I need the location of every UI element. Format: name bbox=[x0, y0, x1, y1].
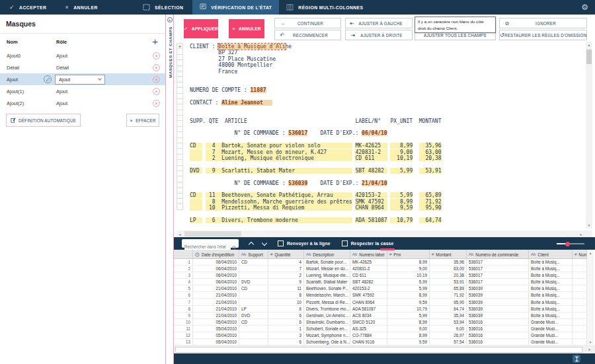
tab-region-multi-colonnes[interactable]: RÉGION MULTI-COLONNES bbox=[279, 0, 370, 15]
role-dropdown[interactable]: Ajout bbox=[55, 75, 105, 85]
field-highlight[interactable] bbox=[190, 199, 202, 205]
column-header-1[interactable]: AbSupport bbox=[239, 250, 268, 259]
table-row-1[interactable]: 106/04/2010CD4Bartok, Sonate pour...MK-4… bbox=[174, 259, 587, 266]
adjust-left-button[interactable]: ⇤ AJUSTER À GAUCHE bbox=[345, 18, 413, 28]
restart-button[interactable]: ↶ RECOMMENCER bbox=[274, 30, 341, 40]
scroll-up-icon[interactable]: ▲ bbox=[587, 251, 594, 255]
field-highlight[interactable]: 7 Mozart, Messe en do mineur, K.427 bbox=[206, 149, 352, 155]
field-highlight[interactable] bbox=[190, 205, 202, 211]
gutter-cell[interactable] bbox=[177, 203, 183, 209]
scroll-right-icon[interactable]: ► bbox=[578, 233, 584, 237]
field-highlight[interactable]: 5,99 bbox=[390, 168, 413, 174]
apply-button[interactable]: ✓ APPLIQUER bbox=[184, 19, 218, 38]
find-previous-icon[interactable] bbox=[249, 242, 254, 247]
table-row-5[interactable]: 521/04/2010CD11Beethoven, Sonate P...420… bbox=[174, 285, 587, 292]
field-highlight[interactable]: 10 Pizzetti, Messa di Requiem bbox=[206, 205, 352, 211]
field-highlight[interactable]: 8 Mendelssohn, Marche guerrière des prêt… bbox=[206, 199, 352, 205]
field-highlight[interactable]: CD bbox=[190, 143, 202, 149]
field-highlight[interactable]: LP bbox=[190, 217, 202, 223]
field-highlight[interactable]: 5,99 bbox=[390, 192, 413, 198]
slider-knob[interactable] bbox=[565, 242, 570, 246]
tab-verification-etat[interactable]: VÉRIFICATION DE L'ÉTAT bbox=[192, 0, 279, 15]
field-highlight[interactable]: 9 Scarlatti, Stabat Mater bbox=[206, 168, 352, 174]
field-highlight[interactable]: 64,74 bbox=[419, 217, 442, 223]
scroll-up-icon[interactable]: ▲ bbox=[586, 43, 592, 47]
field-highlight[interactable]: ADA 581087 bbox=[355, 217, 387, 223]
auto-define-button[interactable]: DÉFINITION AUTOMATIQUE bbox=[6, 114, 81, 127]
field-highlight[interactable]: 20,38 bbox=[419, 155, 442, 161]
field-highlight[interactable]: MK-42625 bbox=[355, 143, 387, 149]
selection-button[interactable]: SÉLECTION bbox=[134, 0, 192, 15]
table-row-6[interactable]: 621/04/20108Mendelssohn, March...SMK 475… bbox=[174, 292, 587, 299]
field-highlight[interactable]: 21/04/10 bbox=[362, 180, 387, 186]
case-checkbox[interactable] bbox=[342, 240, 348, 246]
table-row-3[interactable]: 306/04/20102Luening, Musique éle...CD 61… bbox=[174, 272, 587, 279]
scroll-left-icon[interactable]: ◄ bbox=[177, 233, 183, 237]
field-highlight[interactable]: SMK 47592 bbox=[355, 199, 387, 205]
column-header-6[interactable]: #Montant bbox=[430, 250, 467, 259]
column-header-8[interactable]: AbClient bbox=[529, 250, 573, 259]
column-header-0[interactable]: Date d'expédition bbox=[193, 250, 239, 259]
mask-row-4[interactable]: Ajout(2)Ajout× bbox=[0, 97, 165, 109]
adjust-right-button[interactable]: ⇥ AJUSTER À DROITE bbox=[345, 30, 413, 40]
delete-mask-icon[interactable]: × bbox=[153, 100, 160, 107]
cancel-verify-button[interactable]: × ANNULER bbox=[229, 19, 264, 38]
table-row-9[interactable]: 921/04/2010DVD6Gershwin, Un Améric...ACS… bbox=[174, 312, 587, 319]
field-highlight[interactable]: 8,99 bbox=[390, 199, 413, 205]
cancel-button[interactable]: × ANNULER bbox=[56, 0, 107, 15]
table-row-10[interactable]: 1005/04/2010CD6Stravinski, Dumbarto...SM… bbox=[174, 319, 587, 326]
find-next-icon[interactable] bbox=[262, 240, 267, 245]
accept-button[interactable]: ✓ ACCEPTER bbox=[0, 0, 56, 15]
field-highlight[interactable]: 536039 bbox=[288, 180, 307, 186]
field-highlight[interactable]: 63,00 bbox=[419, 149, 442, 155]
column-header-3[interactable]: AbDescription bbox=[304, 250, 350, 259]
mask-row-3[interactable]: Ajout(1)Ajout× bbox=[0, 85, 165, 97]
column-header-4[interactable]: AbNuméro label bbox=[350, 250, 387, 259]
column-header-5[interactable]: #Prix bbox=[387, 250, 430, 259]
ignore-button[interactable]: ⊘ IGNORER bbox=[499, 18, 587, 28]
field-highlight[interactable]: 95,90 bbox=[419, 205, 442, 211]
column-header-2[interactable]: #Quantité bbox=[268, 250, 304, 259]
zoom-slider[interactable] bbox=[557, 243, 584, 244]
masques-champs-strip[interactable]: ▸ MASQUES ET CHAMPS bbox=[165, 15, 174, 364]
edit-pencil-icon[interactable] bbox=[44, 75, 52, 83]
table-row-2[interactable]: 206/04/20107Mozart, Messe en do...420831… bbox=[174, 266, 587, 272]
field-highlight[interactable]: 10,79 bbox=[390, 217, 413, 223]
field-highlight[interactable]: DVD bbox=[190, 168, 202, 174]
document-horizontal-scrollbar[interactable]: ◄ ► bbox=[177, 231, 592, 237]
table-row-13[interactable]: 1305/04/20106Schoenberg, Ode à N...CHAN … bbox=[174, 339, 587, 346]
delete-mask-icon[interactable]: × bbox=[153, 64, 160, 71]
field-highlight[interactable] bbox=[190, 149, 202, 155]
column-header-9[interactable]: #Numéro de bbox=[573, 250, 587, 259]
field-highlight[interactable]: 420153-2 bbox=[355, 192, 387, 198]
scroll-down-icon[interactable]: ▼ bbox=[587, 340, 594, 344]
field-highlight[interactable]: 420831-2 bbox=[355, 149, 387, 155]
table-row-8[interactable]: 821/04/2010LP6Divers, Trombone mo...ADA … bbox=[174, 306, 587, 312]
restore-rules-button[interactable]: ↺ RESTAURER LES RÈGLES D'OMISSION bbox=[499, 30, 587, 40]
scroll-down-icon[interactable]: ▼ bbox=[586, 223, 592, 227]
field-highlight[interactable]: Boîte à Musique d'Ali bbox=[218, 44, 285, 50]
mask-row-1[interactable]: DétailDétail× bbox=[0, 61, 165, 73]
add-mask-button[interactable]: + bbox=[152, 34, 158, 49]
table-row-12[interactable]: 1205/04/20103Mozart, Symphonie n...CO-77… bbox=[174, 332, 587, 339]
field-highlight[interactable]: 06/04/10 bbox=[362, 130, 387, 136]
field-highlight[interactable]: CD 611 bbox=[355, 155, 387, 161]
continue-button[interactable]: → CONTINUER bbox=[274, 18, 341, 28]
delete-mask-icon[interactable]: × bbox=[153, 88, 160, 95]
scrollbar-thumb[interactable] bbox=[184, 231, 241, 237]
field-highlight[interactable]: 8,99 bbox=[390, 143, 413, 149]
field-highlight[interactable]: 11 Beethoven, Sonate Pathétique, Arrau bbox=[206, 192, 352, 198]
gear-icon[interactable]: ⚙ bbox=[581, 3, 588, 12]
field-highlight[interactable]: 536017 bbox=[288, 130, 307, 136]
scrollbar-thumb[interactable] bbox=[586, 50, 592, 64]
clear-button[interactable]: × EFFACER bbox=[126, 114, 159, 127]
column-header-7[interactable]: AbNuméro de commande bbox=[467, 250, 529, 259]
field-highlight[interactable]: 10,19 bbox=[390, 155, 413, 161]
field-highlight[interactable] bbox=[190, 155, 202, 161]
field-highlight[interactable]: 65,89 bbox=[419, 192, 442, 198]
delete-mask-icon[interactable]: × bbox=[153, 76, 160, 83]
document-vertical-scrollbar[interactable]: ▲ ▼ bbox=[586, 42, 592, 229]
delete-mask-icon[interactable]: × bbox=[153, 52, 160, 59]
field-highlight[interactable]: 9,00 bbox=[390, 149, 413, 155]
field-highlight[interactable]: 53,91 bbox=[419, 168, 442, 174]
